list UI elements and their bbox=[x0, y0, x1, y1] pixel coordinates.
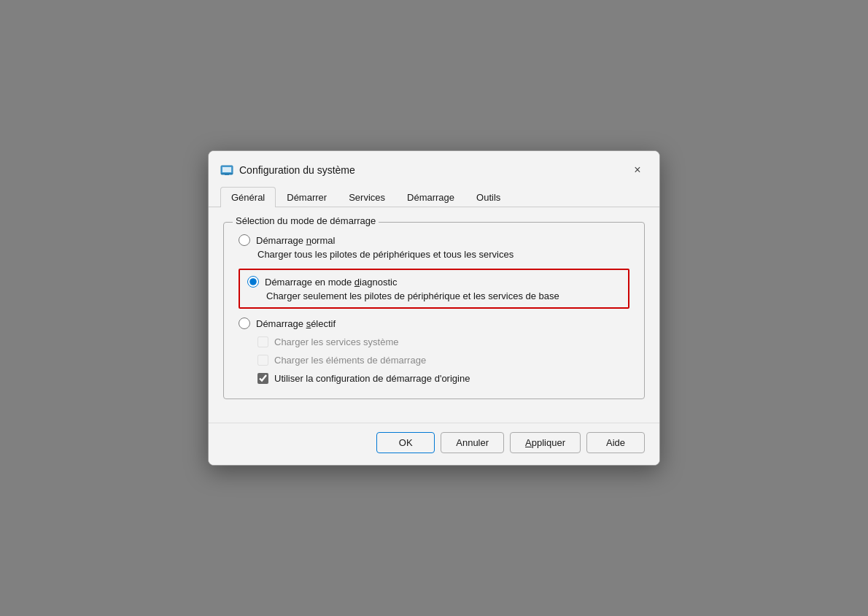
load-startup-items-checkbox[interactable] bbox=[257, 355, 268, 366]
use-original-config-label[interactable]: Utiliser la configuration de démarrage d… bbox=[257, 373, 629, 384]
selective-startup-label[interactable]: Démarrage sélectif bbox=[239, 317, 629, 329]
diagnostic-startup-desc: Charger seulement les pilotes de périphé… bbox=[266, 290, 621, 301]
startup-mode-group: Sélection du mode de démarrage Démarrage… bbox=[223, 222, 645, 399]
tab-bar: Général Démarrer Services Démarrage Outi… bbox=[209, 180, 659, 207]
load-system-services-checkbox[interactable] bbox=[257, 336, 268, 347]
tab-outils[interactable]: Outils bbox=[465, 187, 511, 207]
load-system-services-label[interactable]: Charger les services système bbox=[257, 336, 629, 347]
title-bar: Configuration du système × bbox=[209, 151, 659, 180]
apply-button[interactable]: Appliquer bbox=[510, 432, 581, 453]
cancel-button[interactable]: Annuler bbox=[441, 432, 504, 453]
window-title: Configuration du système bbox=[239, 164, 355, 176]
normal-startup-label[interactable]: Démarrage normal bbox=[239, 234, 629, 246]
tab-demarrer[interactable]: Démarrer bbox=[276, 187, 338, 207]
svg-rect-2 bbox=[221, 173, 233, 174]
selective-startup-text: Démarrage sélectif bbox=[256, 318, 336, 329]
window-icon bbox=[220, 163, 233, 177]
group-legend: Sélection du mode de démarrage bbox=[233, 215, 379, 226]
content-area: Sélection du mode de démarrage Démarrage… bbox=[209, 207, 659, 423]
diagnostic-startup-highlighted: Démarrage en mode diagnostic Charger seu… bbox=[239, 269, 629, 309]
checkbox-group: Charger les services système Charger les… bbox=[257, 336, 629, 384]
title-bar-left: Configuration du système bbox=[220, 163, 355, 177]
selective-startup-section: Démarrage sélectif Charger les services … bbox=[239, 317, 629, 384]
help-button[interactable]: Aide bbox=[586, 432, 645, 453]
normal-startup-option: Démarrage normal bbox=[239, 234, 629, 246]
diagnostic-startup-radio[interactable] bbox=[247, 276, 259, 288]
normal-startup-desc: Charger tous les pilotes de périphérique… bbox=[257, 249, 629, 260]
load-startup-items-label[interactable]: Charger les éléments de démarrage bbox=[257, 355, 629, 366]
selective-startup-option: Démarrage sélectif bbox=[239, 317, 629, 329]
svg-rect-3 bbox=[225, 174, 229, 175]
normal-startup-radio[interactable] bbox=[239, 234, 250, 246]
ok-button[interactable]: OK bbox=[376, 432, 435, 453]
button-bar: OK Annuler Appliquer Aide bbox=[209, 423, 659, 465]
use-original-config-checkbox[interactable] bbox=[257, 373, 268, 384]
tab-general[interactable]: Général bbox=[220, 187, 276, 207]
selective-startup-radio[interactable] bbox=[239, 317, 250, 329]
load-system-services-text: Charger les services système bbox=[274, 336, 399, 347]
close-button[interactable]: × bbox=[627, 160, 648, 180]
svg-rect-1 bbox=[222, 167, 231, 172]
tab-services[interactable]: Services bbox=[338, 187, 396, 207]
normal-startup-text: Démarrage normal bbox=[256, 235, 335, 246]
use-original-config-text: Utiliser la configuration de démarrage d… bbox=[274, 373, 470, 384]
diagnostic-startup-option: Démarrage en mode diagnostic bbox=[247, 276, 621, 288]
dialog-window: Configuration du système × Général Démar… bbox=[208, 150, 660, 466]
diagnostic-startup-label[interactable]: Démarrage en mode diagnostic bbox=[247, 276, 621, 288]
tab-demarrage[interactable]: Démarrage bbox=[396, 187, 465, 207]
diagnostic-startup-text: Démarrage en mode diagnostic bbox=[265, 277, 397, 288]
load-startup-items-text: Charger les éléments de démarrage bbox=[274, 355, 426, 366]
